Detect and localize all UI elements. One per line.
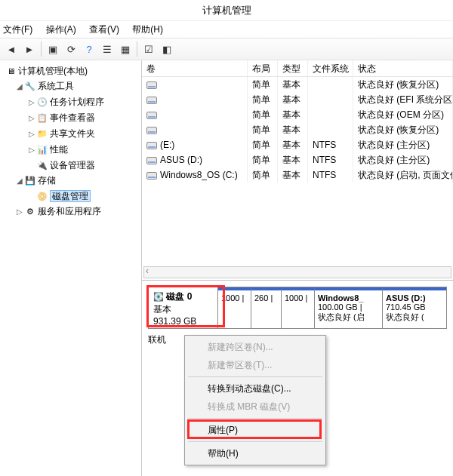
menu-file[interactable]: 文件(F) bbox=[3, 24, 32, 35]
volume-row[interactable]: (E:)简单基本NTFS状态良好 (主分区) bbox=[142, 137, 453, 152]
partitions-container: 1000 |260 |1000 |Windows8_100.00 GB |状态良… bbox=[218, 287, 446, 328]
window-titlebar: 计算机管理 bbox=[0, 0, 453, 21]
menubar: 文件(F) 操作(A) 查看(V) 帮助(H) bbox=[0, 21, 453, 38]
ctx-properties[interactable]: 属性(P) bbox=[186, 421, 324, 439]
extra-button-2[interactable]: ◧ bbox=[159, 41, 175, 57]
volume-icon bbox=[146, 172, 157, 180]
help-button[interactable]: ? bbox=[81, 41, 97, 57]
partition[interactable]: Windows8_100.00 GB |状态良好 (启 bbox=[315, 287, 383, 328]
tree-task-scheduler[interactable]: ▷🕒任务计划程序 bbox=[29, 94, 140, 110]
ctx-separator bbox=[188, 441, 322, 442]
ctx-new-striped[interactable]: 新建带区卷(T)... bbox=[186, 356, 324, 374]
volume-icon bbox=[146, 97, 157, 104]
disk-icon: 💽 bbox=[153, 292, 164, 301]
extra-button-1[interactable]: ☑ bbox=[140, 41, 157, 57]
context-menu: 新建跨区卷(N)... 新建带区卷(T)... 转换到动态磁盘(C)... 转换… bbox=[184, 335, 326, 465]
tree-system-tools[interactable]: ◢🔧系统工具 ▷🕒任务计划程序 ▷📋事件查看器 ▷📁共享文件夹 ▷📊性能 🔌设备… bbox=[17, 78, 140, 173]
refresh-button[interactable]: ⟳ bbox=[63, 41, 79, 57]
ctx-help[interactable]: 帮助(H) bbox=[186, 444, 324, 462]
tree-device-manager[interactable]: 🔌设备管理器 bbox=[29, 158, 140, 173]
column-volume[interactable]: 卷 bbox=[142, 60, 248, 76]
column-layout[interactable]: 布局 bbox=[248, 60, 278, 76]
view-list-button[interactable]: ☰ bbox=[99, 41, 116, 57]
volume-list: 卷 布局 类型 文件系统 状态 简单基本状态良好 (恢复分区)简单基本状态良好 … bbox=[142, 60, 453, 280]
volume-icon bbox=[146, 142, 157, 149]
toolbar-separator bbox=[137, 41, 137, 57]
tree-storage[interactable]: ◢💾存储 📀磁盘管理 bbox=[17, 173, 140, 204]
partition[interactable]: 260 | bbox=[251, 287, 282, 328]
partition[interactable]: ASUS (D:)710.45 GB状态良好 ( bbox=[383, 287, 446, 328]
window-title: 计算机管理 bbox=[202, 5, 251, 16]
up-button[interactable]: ▣ bbox=[45, 41, 61, 57]
volume-row[interactable]: ASUS (D:)简单基本NTFS状态良好 (主分区) bbox=[142, 152, 453, 167]
column-type[interactable]: 类型 bbox=[278, 60, 308, 76]
view-details-button[interactable]: ▦ bbox=[117, 41, 134, 57]
toolbar-separator bbox=[41, 41, 42, 57]
volume-icon bbox=[146, 81, 157, 89]
menu-view[interactable]: 查看(V) bbox=[89, 24, 119, 35]
volume-rows: 简单基本状态良好 (恢复分区)简单基本状态良好 (EFI 系统分区)简单基本状态… bbox=[142, 77, 453, 183]
tree-root[interactable]: 🖥计算机管理(本地) ◢🔧系统工具 ▷🕒任务计划程序 ▷📋事件查看器 ▷📁共享文… bbox=[5, 63, 140, 220]
toolbar: ◄ ► ▣ ⟳ ? ☰ ▦ ☑ ◧ bbox=[0, 38, 453, 60]
menu-action[interactable]: 操作(A) bbox=[46, 24, 76, 35]
forward-button[interactable]: ► bbox=[21, 41, 38, 57]
column-status[interactable]: 状态 bbox=[353, 60, 453, 76]
tree-services-apps[interactable]: ▷⚙服务和应用程序 bbox=[17, 204, 140, 220]
ctx-convert-mbr[interactable]: 转换成 MBR 磁盘(V) bbox=[186, 398, 324, 416]
ctx-new-spanned[interactable]: 新建跨区卷(N)... bbox=[186, 338, 324, 356]
disk-0-block[interactable]: 💽 磁盘 0 基本 931.39 GB 1000 |260 |1000 |Win… bbox=[148, 287, 447, 329]
partition[interactable]: 1000 | bbox=[282, 287, 315, 328]
menu-help[interactable]: 帮助(H) bbox=[132, 24, 163, 35]
horizontal-scrollbar[interactable] bbox=[143, 266, 451, 278]
tree-pane: 🖥计算机管理(本地) ◢🔧系统工具 ▷🕒任务计划程序 ▷📋事件查看器 ▷📁共享文… bbox=[0, 60, 142, 476]
volume-list-header: 卷 布局 类型 文件系统 状态 bbox=[142, 60, 453, 77]
tree-disk-management[interactable]: 📀磁盘管理 bbox=[29, 189, 140, 204]
back-button[interactable]: ◄ bbox=[3, 41, 20, 57]
volume-icon bbox=[146, 157, 157, 164]
disk-type: 基本 bbox=[153, 304, 171, 315]
tree-performance[interactable]: ▷📊性能 bbox=[29, 142, 140, 158]
partition[interactable]: 1000 | bbox=[218, 287, 251, 328]
tree-shared-folders[interactable]: ▷📁共享文件夹 bbox=[29, 126, 140, 142]
volume-row[interactable]: 简单基本状态良好 (EFI 系统分区) bbox=[142, 92, 453, 107]
disk-header[interactable]: 💽 磁盘 0 基本 931.39 GB bbox=[149, 287, 218, 328]
disk-label: 磁盘 0 bbox=[166, 291, 192, 302]
volume-row[interactable]: 简单基本状态良好 (OEM 分区) bbox=[142, 107, 453, 122]
volume-row[interactable]: Windows8_OS (C:)简单基本NTFS状态良好 (启动, 页面文件, bbox=[142, 167, 453, 183]
disk-size: 931.39 GB bbox=[153, 316, 196, 327]
volume-icon bbox=[146, 127, 157, 134]
ctx-separator bbox=[188, 376, 322, 377]
volume-row[interactable]: 简单基本状态良好 (恢复分区) bbox=[142, 122, 453, 137]
column-filesystem[interactable]: 文件系统 bbox=[308, 60, 353, 76]
ctx-separator bbox=[188, 418, 322, 419]
ctx-convert-dynamic[interactable]: 转换到动态磁盘(C)... bbox=[186, 379, 324, 398]
volume-icon bbox=[146, 112, 157, 119]
volume-row[interactable]: 简单基本状态良好 (恢复分区) bbox=[142, 77, 453, 92]
tree-event-viewer[interactable]: ▷📋事件查看器 bbox=[29, 110, 140, 126]
